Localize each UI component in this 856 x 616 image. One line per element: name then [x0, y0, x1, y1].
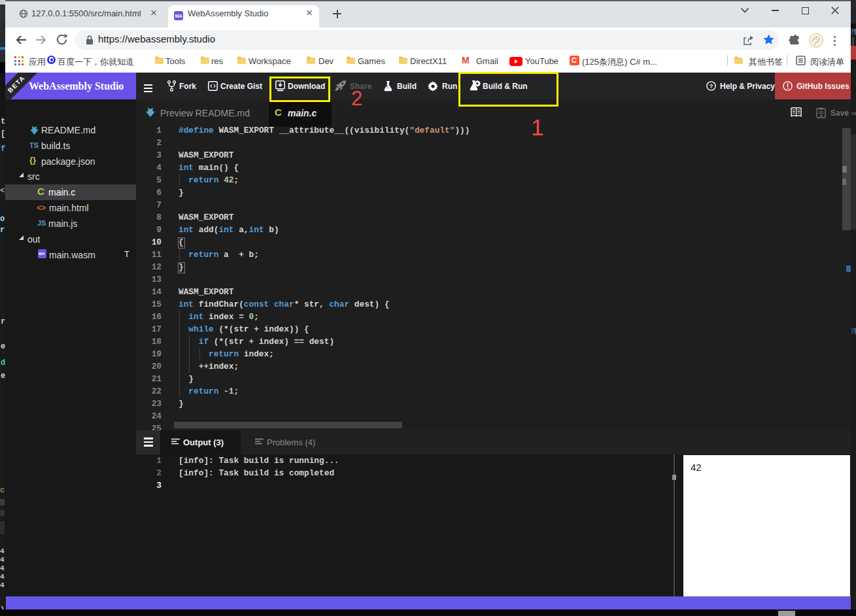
svg-text:?: ? — [710, 83, 713, 90]
